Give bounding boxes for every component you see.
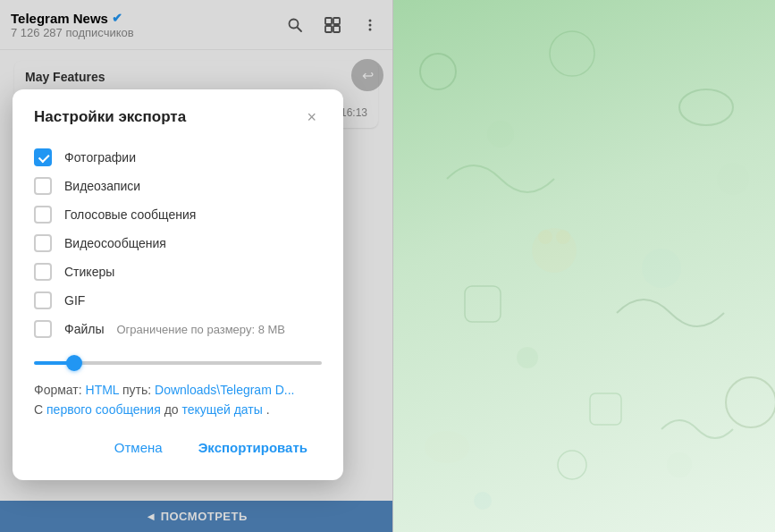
svg-point-9 (425, 431, 469, 463)
checkbox-files[interactable]: Файлы Ограничение по размеру: 8 MB (34, 315, 322, 343)
cancel-button[interactable]: Отмена (100, 433, 177, 462)
svg-rect-12 (590, 393, 621, 425)
svg-point-7 (517, 347, 538, 368)
date-to-link[interactable]: текущей даты (182, 402, 263, 417)
checkbox-files-label: Файлы Ограничение по размеру: 8 MB (64, 322, 322, 336)
date-from-link[interactable]: первого сообщения (46, 402, 161, 417)
dialog-header: Настройки экспорта × (34, 107, 322, 127)
checkbox-photos-label: Фотографии (64, 150, 322, 165)
export-dialog: Настройки экспорта × Фотографии Видеозап… (13, 89, 343, 480)
checkbox-voice-label: Голосовые сообщения (64, 207, 322, 222)
svg-point-11 (474, 492, 492, 510)
checkbox-stickers-label: Стикеры (64, 265, 322, 279)
svg-point-0 (420, 54, 456, 89)
checkbox-vidmsg-label: Видеосообщения (64, 236, 322, 250)
modal-overlay: Настройки экспорта × Фотографии Видеозап… (0, 0, 393, 532)
dialog-title: Настройки экспорта (34, 108, 186, 126)
date-line: С первого сообщения до текущей даты . (34, 402, 322, 417)
svg-point-8 (726, 377, 775, 427)
checkbox-videos[interactable]: Видеозаписи (34, 172, 322, 200)
checkbox-gif[interactable]: GIF (34, 286, 322, 315)
checkbox-photos[interactable]: Фотографии (34, 143, 322, 172)
format-value-link[interactable]: HTML (86, 383, 120, 397)
svg-point-3 (679, 89, 733, 125)
svg-point-5 (642, 249, 681, 288)
checkbox-files-box (34, 320, 52, 338)
path-value-link[interactable]: Downloads\Telegram D... (155, 383, 294, 397)
svg-point-16 (556, 230, 570, 244)
checkbox-stickers[interactable]: Стикеры (34, 258, 322, 286)
checkbox-photos-box (34, 148, 52, 166)
checkbox-gif-box (34, 291, 52, 309)
svg-point-4 (717, 163, 749, 195)
export-button[interactable]: Экспортировать (184, 433, 322, 462)
size-slider[interactable] (34, 361, 322, 365)
checkbox-vidmsg-box (34, 234, 52, 252)
svg-point-2 (550, 31, 594, 76)
format-line: Формат: HTML путь: Downloads\Telegram D.… (34, 383, 322, 397)
close-button[interactable]: × (301, 107, 322, 127)
file-size-label: Ограничение по размеру: 8 MB (116, 323, 285, 336)
checkbox-voice[interactable]: Голосовые сообщения (34, 200, 322, 229)
svg-rect-6 (465, 286, 501, 322)
svg-point-10 (558, 451, 586, 479)
checkbox-videos-label: Видеозаписи (64, 179, 322, 193)
checkbox-gif-label: GIF (64, 293, 322, 308)
dialog-buttons: Отмена Экспортировать (34, 433, 322, 462)
path-label: путь: (122, 383, 151, 397)
checkbox-videos-box (34, 177, 52, 195)
checkbox-vidmsg[interactable]: Видеосообщения (34, 229, 322, 258)
svg-point-1 (487, 121, 514, 148)
svg-point-15 (538, 230, 552, 244)
slider-container (34, 352, 322, 368)
svg-point-13 (667, 452, 692, 477)
checkbox-list: Фотографии Видеозаписи Голосовые сообщен… (34, 143, 322, 343)
checkbox-stickers-box (34, 263, 52, 281)
right-panel (393, 0, 775, 532)
checkbox-voice-box (34, 206, 52, 224)
